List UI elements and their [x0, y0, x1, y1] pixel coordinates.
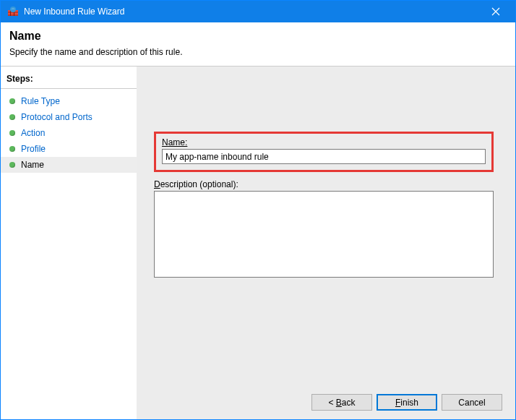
- firewall-icon: [7, 5, 20, 18]
- steps-list: Rule Type Protocol and Ports Action Prof…: [1, 89, 137, 177]
- svg-rect-2: [8, 13, 18, 14]
- button-row: < Back Finish Cancel: [311, 394, 502, 411]
- name-label: Name:: [162, 137, 187, 147]
- close-button[interactable]: [479, 1, 512, 22]
- back-button[interactable]: < Back: [311, 394, 372, 411]
- step-bullet-icon: [9, 130, 15, 136]
- wizard-window: New Inbound Rule Wizard Name Specify the…: [0, 0, 516, 420]
- step-rule-type[interactable]: Rule Type: [1, 93, 137, 109]
- description-label: Description (optional):: [154, 179, 238, 189]
- description-textarea[interactable]: [154, 191, 494, 278]
- step-name[interactable]: Name: [1, 157, 137, 173]
- finish-button[interactable]: Finish: [377, 394, 437, 411]
- step-profile[interactable]: Profile: [1, 141, 137, 157]
- cancel-button[interactable]: Cancel: [442, 394, 502, 411]
- page-subtitle: Specify the name and description of this…: [9, 47, 507, 57]
- step-bullet-icon: [9, 98, 15, 104]
- step-action[interactable]: Action: [1, 125, 137, 141]
- sidebar: Steps: Rule Type Protocol and Ports Acti…: [1, 67, 137, 419]
- step-protocol-ports[interactable]: Protocol and Ports: [1, 109, 137, 125]
- page-title: Name: [9, 30, 507, 43]
- titlebar: New Inbound Rule Wizard: [1, 1, 515, 22]
- window-title: New Inbound Rule Wizard: [24, 7, 479, 17]
- step-bullet-icon: [9, 146, 15, 152]
- step-bullet-icon: [9, 114, 15, 120]
- content-area: Steps: Rule Type Protocol and Ports Acti…: [1, 67, 515, 419]
- main-panel: Name: Description (optional): < Back Fin…: [137, 67, 515, 419]
- step-bullet-icon: [9, 162, 15, 168]
- name-input[interactable]: [162, 149, 486, 164]
- name-field-highlight: Name:: [154, 132, 494, 172]
- steps-heading: Steps:: [1, 71, 137, 89]
- header: Name Specify the name and description of…: [1, 22, 515, 67]
